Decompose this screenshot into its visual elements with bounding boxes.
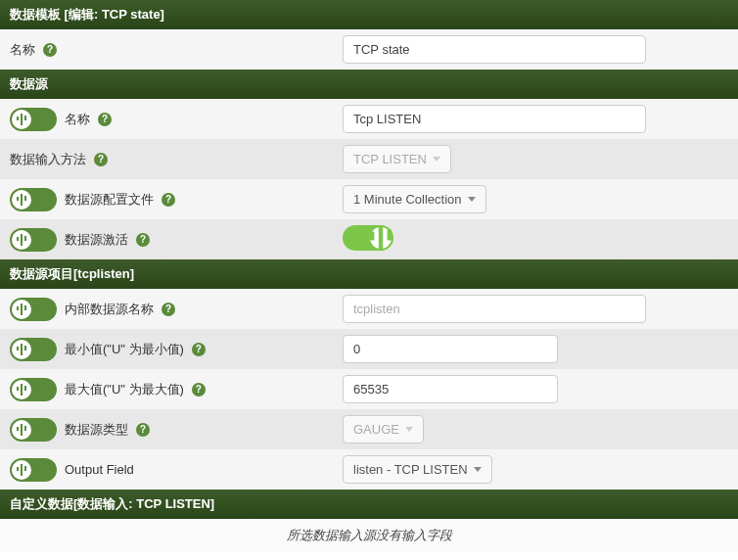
help-icon[interactable]: ?: [136, 423, 150, 437]
ds-type-label: 数据源类型: [65, 421, 128, 439]
row-ds-type: 数据源类型 ? GAUGE: [0, 409, 738, 449]
toggle-min[interactable]: [10, 338, 57, 361]
row-profile: 数据源配置文件 ? 1 Minute Collection: [0, 179, 738, 219]
help-icon[interactable]: ?: [161, 303, 175, 316]
ds-type-select: GAUGE: [343, 415, 424, 443]
section-header-template: 数据模板 [编辑: TCP state]: [0, 0, 738, 29]
output-field-select[interactable]: listen - TCP LISTEN: [343, 455, 492, 484]
section-header-ds-item: 数据源项目[tcplisten]: [0, 259, 738, 289]
row-ds-name: 名称 ?: [0, 99, 738, 139]
internal-name-label: 内部数据源名称: [65, 301, 154, 318]
section-header-datasource: 数据源: [0, 70, 738, 99]
ds-name-label: 名称: [65, 111, 90, 128]
row-min: 最小值("U" 为最小值) ?: [0, 329, 738, 369]
chevron-down-icon: [468, 197, 476, 202]
toggle-internal-name[interactable]: [10, 298, 57, 321]
ds-name-input[interactable]: [343, 105, 646, 133]
toggle-ds-type[interactable]: [10, 418, 57, 442]
active-label: 数据源激活: [65, 231, 128, 249]
name-label: 名称: [10, 41, 35, 59]
output-field-label: Output Field: [65, 462, 134, 477]
row-input-method: 数据输入方法 ? TCP LISTEN: [0, 139, 738, 179]
section-header-custom: 自定义数据[数据输入: TCP LISTEN]: [0, 490, 738, 519]
toggle-max[interactable]: [10, 378, 57, 401]
help-icon[interactable]: ?: [161, 193, 175, 207]
row-name: 名称 ?: [0, 29, 738, 70]
active-switch[interactable]: [343, 225, 393, 251]
chevron-down-icon: [405, 427, 413, 432]
profile-select[interactable]: 1 Minute Collection: [343, 185, 486, 213]
help-icon[interactable]: ?: [43, 43, 57, 57]
chevron-down-icon: [433, 157, 440, 162]
internal-name-input[interactable]: [343, 295, 646, 323]
help-icon[interactable]: ?: [192, 383, 206, 397]
max-input[interactable]: [343, 375, 558, 403]
toggle-ds-name[interactable]: [10, 108, 57, 131]
min-label: 最小值("U" 为最小值): [65, 341, 184, 358]
input-method-select: TCP LISTEN: [343, 145, 451, 173]
help-icon[interactable]: ?: [94, 153, 108, 166]
row-max: 最大值("U" 为最大值) ?: [0, 369, 738, 409]
name-input[interactable]: [343, 35, 646, 64]
help-icon[interactable]: ?: [136, 233, 150, 247]
chevron-down-icon: [474, 467, 482, 472]
profile-label: 数据源配置文件: [65, 191, 154, 209]
row-active: 数据源激活 ?: [0, 219, 738, 259]
footer-actions: 返回 保存: [0, 552, 738, 560]
max-label: 最大值("U" 为最大值): [65, 381, 184, 398]
toggle-active-template[interactable]: [10, 228, 57, 252]
help-icon[interactable]: ?: [192, 343, 206, 356]
min-input[interactable]: [343, 335, 558, 363]
toggle-output-field[interactable]: [10, 458, 57, 482]
row-internal-name: 内部数据源名称 ?: [0, 289, 738, 329]
row-output-field: Output Field listen - TCP LISTEN: [0, 449, 738, 490]
custom-empty-message: 所选数据输入源没有输入字段: [0, 519, 738, 552]
toggle-profile[interactable]: [10, 188, 57, 211]
help-icon[interactable]: ?: [98, 113, 112, 126]
input-method-label: 数据输入方法: [10, 151, 86, 168]
